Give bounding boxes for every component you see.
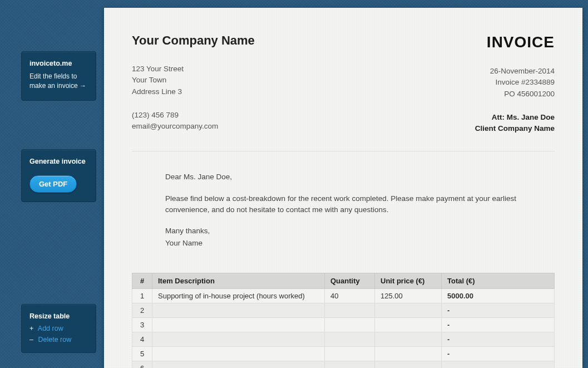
cell-total: - <box>442 332 555 346</box>
company-phone[interactable]: (123) 456 789 <box>132 110 255 121</box>
cell-desc[interactable] <box>152 317 325 332</box>
cell-desc[interactable] <box>152 346 325 361</box>
cell-unit[interactable] <box>375 303 442 317</box>
company-block: Your Company Name 123 Your Street Your T… <box>132 33 255 132</box>
cell-total: 5000.00 <box>442 288 555 303</box>
intro-panel: invoiceto.me Edit the fields to make an … <box>21 51 96 101</box>
col-desc: Item Description <box>152 273 325 288</box>
cell-total: - <box>442 361 555 368</box>
letter-body[interactable]: Please find below a cost-breakdown for t… <box>165 193 521 216</box>
items-table: # Item Description Quantity Unit price (… <box>132 273 555 369</box>
po-number[interactable]: PO 456001200 <box>475 89 555 100</box>
cell-num: 2 <box>132 303 152 317</box>
generate-panel: Generate invoice Get PDF <box>21 149 96 202</box>
delete-row-button[interactable]: – Delete row <box>29 336 88 344</box>
table-row: 6- <box>132 361 555 368</box>
client-company[interactable]: Client Company Name <box>475 123 555 134</box>
table-row: 2- <box>132 303 555 317</box>
resize-panel: Resize table + Add row – Delete row <box>21 304 96 353</box>
col-unit: Unit price (€) <box>375 273 442 288</box>
table-row: 3- <box>132 317 555 332</box>
plus-icon: + <box>29 325 36 332</box>
cell-qty[interactable] <box>325 332 375 346</box>
attention-line[interactable]: Att: Ms. Jane Doe <box>475 112 555 123</box>
col-total: Total (€) <box>442 273 555 288</box>
cell-unit[interactable] <box>375 317 442 332</box>
cell-qty[interactable] <box>325 346 375 361</box>
intro-title: invoiceto.me <box>29 60 88 67</box>
col-num: # <box>132 273 152 288</box>
arrow-icon: → <box>80 82 86 90</box>
cell-total: - <box>442 317 555 332</box>
cell-qty[interactable]: 40 <box>325 288 375 303</box>
add-row-button[interactable]: + Add row <box>29 325 88 332</box>
get-pdf-button[interactable]: Get PDF <box>29 175 77 193</box>
table-row: 5- <box>132 346 555 361</box>
company-addr3[interactable]: Address Line 3 <box>132 86 255 97</box>
generate-title: Generate invoice <box>29 158 88 165</box>
cell-total: - <box>442 346 555 361</box>
resize-title: Resize table <box>29 312 88 320</box>
cell-num: 4 <box>132 332 152 346</box>
table-row: 1Supporting of in-house project (hours w… <box>132 288 555 303</box>
invoice-date[interactable]: 26-November-2014 <box>475 66 555 77</box>
cell-desc[interactable] <box>152 332 325 346</box>
cell-qty[interactable] <box>325 317 375 332</box>
company-addr1[interactable]: 123 Your Street <box>132 63 255 75</box>
invoice-header-block: INVOICE 26-November-2014 Invoice #233488… <box>475 33 555 134</box>
cell-unit[interactable]: 125.00 <box>375 288 442 303</box>
table-row: 4- <box>132 332 555 346</box>
cell-unit[interactable] <box>375 361 442 368</box>
cell-num: 5 <box>132 346 152 361</box>
cell-num: 1 <box>132 288 152 303</box>
letter-name[interactable]: Your Name <box>165 238 521 249</box>
letter-signoff[interactable]: Many thanks, <box>165 225 521 237</box>
cell-total: - <box>442 303 555 317</box>
company-addr2[interactable]: Your Town <box>132 75 255 86</box>
company-email[interactable]: email@yourcompany.com <box>132 121 255 132</box>
invoice-number[interactable]: Invoice #2334889 <box>475 77 555 88</box>
cell-desc[interactable] <box>152 361 325 368</box>
cell-qty[interactable] <box>325 361 375 368</box>
table-header-row: # Item Description Quantity Unit price (… <box>132 273 555 288</box>
letter-greeting[interactable]: Dear Ms. Jane Doe, <box>165 171 521 183</box>
letter-block: Dear Ms. Jane Doe, Please find below a c… <box>132 171 555 249</box>
cell-unit[interactable] <box>375 332 442 346</box>
company-name[interactable]: Your Company Name <box>132 33 255 48</box>
divider <box>132 151 555 151</box>
intro-body: Edit the fields to make an invoice → <box>29 72 88 91</box>
cell-qty[interactable] <box>325 303 375 317</box>
invoice-paper: Your Company Name 123 Your Street Your T… <box>104 8 582 368</box>
invoice-title: INVOICE <box>475 33 555 51</box>
minus-icon: – <box>29 336 36 344</box>
cell-desc[interactable]: Supporting of in-house project (hours wo… <box>152 288 325 303</box>
cell-unit[interactable] <box>375 346 442 361</box>
cell-desc[interactable] <box>152 303 325 317</box>
col-qty: Quantity <box>325 273 375 288</box>
cell-num: 6 <box>132 361 152 368</box>
cell-num: 3 <box>132 317 152 332</box>
